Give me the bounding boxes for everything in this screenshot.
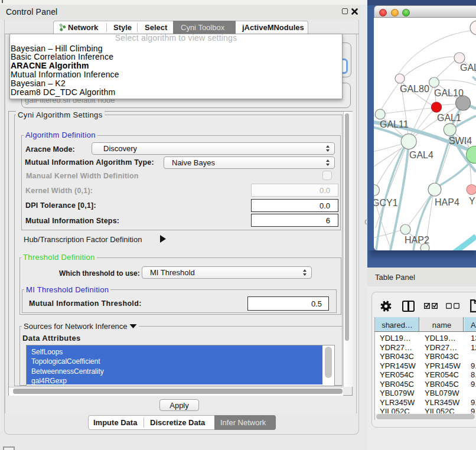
svg-text:SWI4: SWI4: [449, 136, 472, 146]
svg-text:GAL10: GAL10: [434, 88, 464, 98]
svg-text:GCY1: GCY1: [374, 198, 398, 208]
svg-text:YD: YD: [469, 196, 476, 206]
svg-text:GAL11: GAL11: [380, 119, 409, 129]
svg-text:HAP2: HAP2: [405, 235, 429, 245]
svg-text:GAL80: GAL80: [400, 84, 429, 94]
svg-text:GAL2: GAL2: [460, 63, 476, 73]
svg-text:GAL1: GAL1: [437, 113, 461, 123]
svg-text:GAL4: GAL4: [409, 150, 433, 160]
svg-text:HAP4: HAP4: [435, 197, 459, 207]
